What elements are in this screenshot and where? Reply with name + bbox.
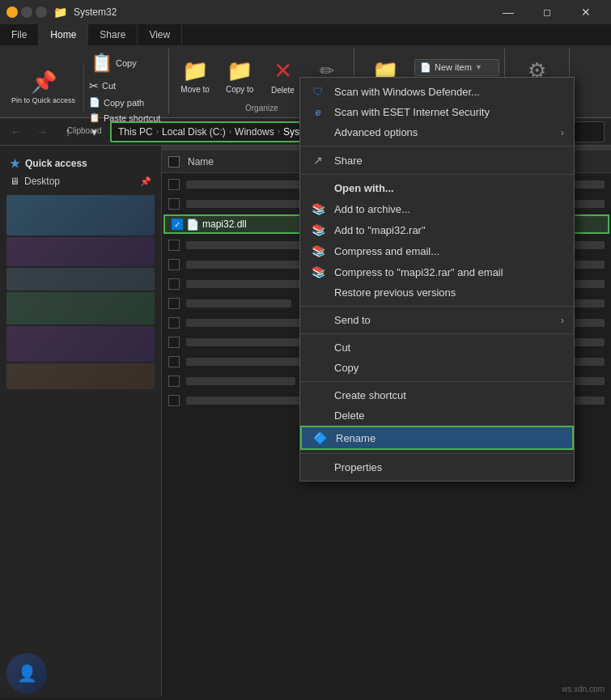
nav-up-button[interactable]: ↑ [58, 122, 78, 142]
sidebar-blurred-3 [6, 268, 155, 291]
ctx-properties[interactable]: Properties [300, 457, 574, 477]
copy-button[interactable]: 📋 Copy [86, 50, 163, 76]
row-name-blur [186, 377, 295, 385]
title-bar-title: System32 [74, 6, 117, 18]
ctx-text: Create shortcut [334, 389, 406, 401]
clipboard-items: 📌 Pin to Quick access 📋 Copy ✂ Cut 📄 Cop… [5, 50, 163, 125]
breadcrumb-local-disk[interactable]: Local Disk (C:) [162, 126, 226, 138]
ctx-delete[interactable]: Delete [300, 405, 574, 426]
ctx-copy[interactable]: Copy [300, 358, 574, 378]
avatar: 👤 [6, 653, 47, 694]
eset-icon: e [310, 106, 326, 118]
sidebar-blurred-4 [6, 292, 155, 325]
sidebar: ★ Quick access 🖥 Desktop 📌 👤 [0, 146, 162, 697]
ctx-restore-versions[interactable]: Restore previous versions [300, 282, 574, 303]
row-name-blur [186, 319, 312, 327]
delete-button[interactable]: ✕ Delete [263, 54, 302, 98]
cut-button[interactable]: ✂ Cut [86, 78, 163, 94]
breadcrumb-sep-2: › [229, 127, 231, 136]
ctx-text: Add to "mapi32.rar" [334, 224, 426, 236]
copy-to-button[interactable]: 📁 Copy to [219, 55, 260, 97]
ctx-text: Compress to "mapi32.rar" and email [334, 266, 503, 278]
ctx-text: Copy [334, 362, 359, 374]
row-checkbox[interactable] [168, 259, 180, 270]
ctx-text: Scan with Windows Defender... [334, 86, 480, 98]
row-name-blur [186, 241, 316, 249]
ctx-scan-defender[interactable]: 🛡 Scan with Windows Defender... [300, 81, 574, 102]
star-icon: ★ [10, 157, 20, 170]
ctx-send-to[interactable]: Send to › [300, 310, 574, 330]
ctx-text: Send to [334, 314, 371, 326]
row-checkbox[interactable] [168, 337, 180, 348]
header-check [168, 156, 188, 168]
move-to-button[interactable]: 📁 Move to [174, 55, 216, 97]
desktop-label: Desktop [24, 176, 60, 187]
ctx-add-archive[interactable]: 📚 Add to archive... [300, 198, 574, 219]
row-checkbox[interactable] [168, 298, 180, 309]
share-icon: ↗ [310, 154, 326, 167]
ctx-text: Share [334, 155, 363, 167]
sidebar-blurred-1 [6, 195, 155, 235]
ctx-sep-6 [300, 453, 574, 454]
ctx-advanced-options[interactable]: Advanced options › [300, 122, 574, 142]
row-checkbox[interactable] [168, 395, 180, 406]
ctx-sep-2 [300, 174, 574, 175]
row-checkbox[interactable] [168, 375, 180, 387]
ctx-open-with[interactable]: Open with... [300, 178, 574, 198]
row-checkbox[interactable] [168, 317, 180, 329]
nav-recent-button[interactable]: ▾ [84, 122, 104, 142]
ctx-add-rar[interactable]: 📚 Add to "mapi32.rar" [300, 219, 574, 240]
breadcrumb-sep-3: › [278, 127, 280, 136]
arrow-icon: › [561, 314, 564, 326]
row-checkbox[interactable] [168, 198, 180, 210]
tab-view[interactable]: View [138, 24, 182, 45]
ctx-cut[interactable]: Cut [300, 337, 574, 358]
row-name-blur [186, 261, 299, 269]
copy-path-button[interactable]: 📄 Copy path [86, 95, 163, 109]
breadcrumb-this-pc[interactable]: This PC [118, 126, 153, 138]
quick-access-header: ★ Quick access [0, 152, 161, 172]
ctx-scan-eset[interactable]: e Scan with ESET Internet Security [300, 102, 574, 122]
new-item-button[interactable]: 📄 New item ▼ [414, 59, 499, 76]
title-bar-controls [6, 6, 47, 18]
ctx-sep-4 [300, 333, 574, 334]
ctx-text: Advanced options [334, 126, 418, 138]
winrar-icon-2: 📚 [310, 223, 326, 236]
ctx-text: Properties [334, 461, 382, 473]
winrar-icon-4: 📚 [310, 265, 326, 278]
watermark: ws.xdn.com [562, 685, 605, 694]
ctx-create-shortcut[interactable]: Create shortcut [300, 385, 574, 405]
row-checkbox[interactable] [168, 240, 180, 251]
ctx-compress-rar-email[interactable]: 📚 Compress to "mapi32.rar" and email [300, 261, 574, 282]
ctx-text: Add to archive... [334, 203, 410, 215]
nav-forward-button[interactable]: → [32, 122, 52, 142]
ctx-sep-5 [300, 381, 574, 382]
winrar-icon-3: 📚 [310, 244, 326, 257]
ctx-rename[interactable]: 🔷 Rename [300, 426, 574, 450]
clipboard-group: 📌 Pin to Quick access 📋 Copy ✂ Cut 📄 Cop… [0, 49, 169, 114]
maximize-button[interactable]: ◻ [528, 0, 566, 24]
row-checkbox[interactable] [168, 278, 180, 290]
tab-share[interactable]: Share [88, 24, 138, 45]
selected-checkbox[interactable]: ✓ [172, 218, 183, 230]
header-checkbox[interactable] [168, 156, 180, 168]
sidebar-blurred-5 [6, 326, 155, 362]
ctx-text: Open with... [334, 182, 394, 194]
minimize-button[interactable]: — [490, 0, 527, 24]
row-checkbox[interactable] [168, 356, 180, 367]
tab-file[interactable]: File [0, 24, 39, 45]
sidebar-blurred-2 [6, 237, 155, 266]
nav-back-button[interactable]: ← [6, 122, 26, 142]
dll-icon: 📄 [186, 218, 199, 231]
breadcrumb-sep-1: › [156, 127, 159, 136]
close-button[interactable]: ✕ [567, 0, 605, 24]
tab-home[interactable]: Home [39, 24, 88, 45]
breadcrumb-windows[interactable]: Windows [235, 126, 274, 138]
winrar-icon-1: 📚 [310, 202, 326, 215]
ctx-text: Compress and email... [334, 245, 439, 257]
pin-to-quick-access-button[interactable]: 📌 Pin to Quick access [5, 66, 82, 108]
ctx-share[interactable]: ↗ Share [300, 150, 574, 171]
sidebar-item-desktop[interactable]: 🖥 Desktop 📌 [0, 172, 161, 190]
ctx-compress-email[interactable]: 📚 Compress and email... [300, 240, 574, 261]
row-checkbox[interactable] [168, 179, 180, 190]
